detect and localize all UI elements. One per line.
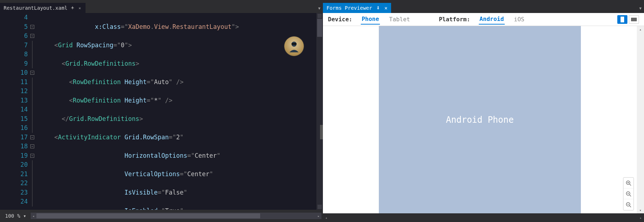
fold-toggle-icon[interactable]: − [30, 71, 34, 75]
fold-toggle-icon[interactable]: − [30, 34, 34, 38]
scrollbar-thumb[interactable] [36, 213, 260, 218]
editor-vertical-scrollbar[interactable] [316, 13, 323, 210]
scrollbar-thumb[interactable] [317, 19, 322, 37]
scroll-down-icon[interactable]: ▾ [637, 207, 644, 213]
previewer-vertical-scrollbar[interactable]: ▴ ▾ [637, 26, 644, 213]
fold-toggle-icon[interactable]: − [30, 144, 34, 148]
previewer-titlebar: Forms Previewer ✕ ▾ [323, 3, 644, 13]
device-option-tablet[interactable]: Tablet [389, 14, 411, 24]
pin-icon[interactable] [70, 6, 75, 10]
platform-label: Platform: [439, 16, 470, 23]
close-icon[interactable]: ✕ [78, 6, 82, 10]
scroll-up-icon[interactable]: ▴ [637, 26, 644, 32]
editor-footer: 100 % ▾ ◂ ▸ [0, 210, 323, 222]
previewer-canvas-wrap: Android Phone ▴ ▾ [323, 26, 644, 213]
file-tab-label: RestaurantLayout.xaml [4, 5, 67, 11]
split-handle-icon[interactable] [320, 125, 323, 139]
scroll-left-icon[interactable]: ◂ [323, 216, 329, 220]
svg-line-12 [630, 206, 631, 207]
editor-pane: RestaurantLayout.xaml ✕ ▾ 4 5− 6− 7 8 9 … [0, 3, 323, 222]
tab-dropdown-icon[interactable]: ▾ [316, 3, 323, 13]
tab-well: RestaurantLayout.xaml ✕ ▾ [0, 3, 323, 13]
previewer-toolbar: Device: Phone Tablet Platform: Android i… [323, 13, 644, 26]
orientation-landscape-button[interactable] [629, 15, 639, 24]
close-icon[interactable]: ✕ [384, 5, 387, 11]
device-preview-label: Android Phone [446, 115, 514, 125]
main-split: RestaurantLayout.xaml ✕ ▾ 4 5− 6− 7 8 9 … [0, 3, 644, 222]
panel-dropdown-icon[interactable]: ▾ [637, 3, 644, 13]
code-area[interactable]: x:Class="XaDemo.View.RestaurantLayout"> … [38, 13, 316, 210]
editor-horizontal-scrollbar[interactable]: ◂ ▸ [31, 213, 321, 219]
scroll-right-icon[interactable]: ▸ [638, 216, 644, 220]
fold-toggle-icon[interactable]: − [30, 154, 34, 158]
svg-line-9 [630, 195, 631, 196]
platform-option-ios[interactable]: iOS [513, 14, 525, 24]
svg-line-5 [630, 184, 631, 186]
platform-option-android[interactable]: Android [479, 14, 504, 25]
codelens-avatar-icon[interactable] [284, 36, 304, 56]
fold-toggle-icon[interactable]: − [30, 135, 34, 139]
svg-rect-3 [631, 18, 637, 21]
device-option-phone[interactable]: Phone [361, 14, 380, 25]
file-tab-restaurantlayout[interactable]: RestaurantLayout.xaml ✕ [0, 3, 86, 13]
zoom-out-button[interactable] [623, 199, 634, 210]
zoom-level[interactable]: 100 % ▾ [0, 213, 29, 219]
editor-body: 4 5− 6− 7 8 9 10− 11 12 13 14 15 16 17− … [0, 13, 323, 210]
previewer-pane: Forms Previewer ✕ ▾ Device: Phone Tablet… [323, 3, 644, 222]
svg-rect-2 [621, 17, 624, 22]
window-toolbar [0, 0, 644, 3]
device-preview: Android Phone [379, 26, 581, 213]
previewer-title-label: Forms Previewer [327, 5, 372, 11]
zoom-in-button[interactable] [623, 178, 634, 188]
zoom-tools [623, 177, 634, 210]
line-number-gutter: 4 5− 6− 7 8 9 10− 11 12 13 14 15 16 17− … [0, 13, 38, 210]
device-label: Device: [328, 16, 352, 23]
fold-toggle-icon[interactable]: − [30, 25, 34, 29]
previewer-title-tab[interactable]: Forms Previewer ✕ [323, 3, 391, 13]
chevron-down-icon[interactable]: ▾ [23, 213, 26, 219]
scroll-left-icon[interactable]: ◂ [31, 213, 36, 219]
scroll-right-icon[interactable]: ▸ [316, 213, 321, 219]
orientation-portrait-button[interactable] [617, 15, 627, 24]
svg-point-10 [628, 193, 629, 194]
zoom-value: 100 % [5, 213, 20, 219]
svg-rect-1 [292, 43, 297, 45]
zoom-fit-button[interactable] [623, 188, 634, 199]
pin-icon[interactable] [376, 5, 380, 11]
orientation-toggle [617, 15, 639, 24]
previewer-horizontal-scrollbar[interactable]: ◂ ▸ [323, 213, 644, 222]
previewer-canvas[interactable]: Android Phone [323, 26, 637, 213]
